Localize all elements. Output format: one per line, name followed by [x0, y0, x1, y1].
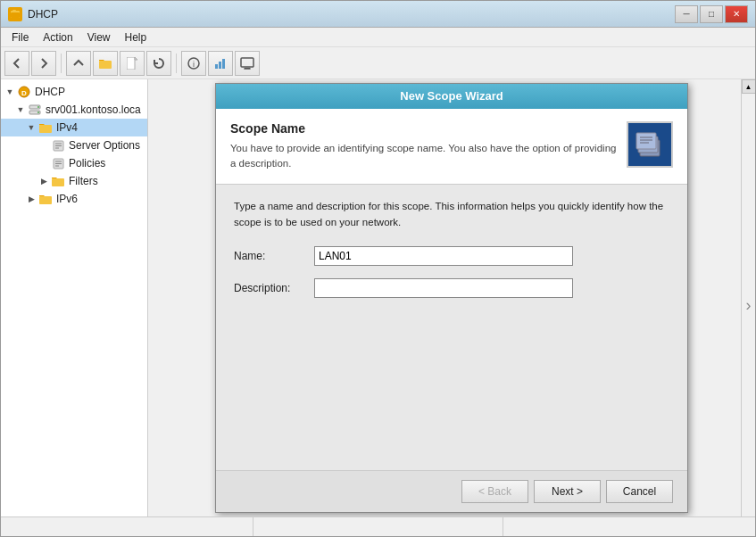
wizard-section-desc: You have to provide an identifying scope…: [230, 141, 618, 172]
folder-button[interactable]: [93, 51, 118, 76]
dialog-title-bar: New Scope Wizard: [216, 84, 687, 109]
name-input[interactable]: [314, 246, 573, 266]
next-button[interactable]: Next >: [534, 480, 601, 503]
new-scope-wizard: New Scope Wizard Scope Name You have to …: [215, 83, 688, 514]
tree-label-policies: Policies: [69, 157, 105, 169]
menu-file[interactable]: File: [4, 29, 36, 45]
tree-label-ipv6: IPv6: [56, 193, 78, 205]
ipv6-icon: [38, 192, 53, 206]
status-bar: [1, 516, 755, 536]
server-options-icon: [51, 138, 65, 153]
tree-item-ipv6[interactable]: ▶ IPv6: [1, 190, 147, 208]
toolbar-separator-1: [61, 54, 62, 73]
expand-server-options: [38, 140, 49, 151]
wizard-body: Type a name and description for this sco…: [216, 185, 687, 470]
title-bar-buttons: ─ □ ✕: [675, 5, 748, 23]
main-area: ▼ D DHCP ▼ srv001.kontoso.loca ▼ IPv4: [1, 79, 755, 516]
up-button[interactable]: [66, 51, 91, 76]
toolbar-separator-2: [176, 54, 177, 73]
close-button[interactable]: ✕: [725, 5, 748, 23]
wizard-header-text: Scope Name You have to provide an identi…: [230, 121, 618, 172]
policies-icon: [51, 156, 65, 170]
tree-panel: ▼ D DHCP ▼ srv001.kontoso.loca ▼ IPv4: [1, 79, 148, 516]
svg-rect-9: [222, 59, 225, 69]
status-pane-3: [503, 517, 752, 536]
doc-button[interactable]: [120, 51, 145, 76]
svg-rect-4: [127, 57, 135, 70]
toolbar: i: [1, 47, 755, 79]
description-row: Description:: [234, 278, 669, 298]
tree-item-server-options[interactable]: Server Options: [1, 136, 147, 154]
dhcp-icon: D: [17, 85, 31, 99]
monitor-button[interactable]: [235, 51, 260, 76]
svg-rect-2: [12, 10, 16, 12]
expand-dhcp: ▼: [4, 87, 15, 97]
description-input[interactable]: [314, 278, 573, 298]
dialog-title: New Scope Wizard: [400, 89, 503, 103]
tree-label-server-options: Server Options: [69, 139, 140, 152]
server-icon: [28, 103, 42, 117]
title-bar: DHCP ─ □ ✕: [1, 1, 755, 28]
wizard-footer: < Back Next > Cancel: [216, 470, 687, 512]
status-pane-2: [253, 517, 503, 536]
expand-ipv6: ▶: [26, 194, 37, 204]
description-label: Description:: [234, 282, 314, 294]
tree-item-ipv4[interactable]: ▼ IPv4: [1, 119, 147, 136]
svg-rect-28: [52, 178, 64, 186]
expand-server: ▼: [15, 104, 26, 115]
svg-rect-3: [99, 61, 112, 69]
app-icon: [8, 7, 22, 21]
minimize-button[interactable]: ─: [675, 5, 698, 23]
svg-rect-7: [215, 64, 218, 69]
window-title: DHCP: [28, 8, 58, 21]
back-button[interactable]: < Back: [461, 480, 528, 503]
svg-rect-32: [636, 133, 656, 149]
tree-label-ipv4: IPv4: [56, 121, 78, 134]
tree-label-server: srv001.kontoso.loca: [46, 103, 141, 116]
svg-rect-1: [11, 12, 20, 18]
info-button[interactable]: i: [181, 51, 206, 76]
svg-rect-10: [241, 58, 253, 67]
svg-rect-19: [39, 125, 52, 133]
svg-point-18: [37, 112, 39, 113]
svg-text:D: D: [21, 89, 27, 97]
ipv4-icon: [38, 120, 53, 135]
cancel-button[interactable]: Cancel: [606, 480, 673, 503]
right-area: ▲ › New Scope Wizard: [148, 79, 755, 516]
tree-label-dhcp: DHCP: [35, 86, 65, 98]
back-button[interactable]: [4, 51, 29, 76]
menu-view[interactable]: View: [80, 29, 118, 45]
name-row: Name:: [234, 246, 669, 266]
tree-label-filters: Filters: [69, 175, 98, 187]
svg-text:i: i: [193, 60, 195, 69]
wizard-header: Scope Name You have to provide an identi…: [216, 109, 687, 186]
status-pane-1: [4, 517, 253, 536]
refresh-button[interactable]: [146, 51, 171, 76]
tree-item-policies[interactable]: Policies: [1, 154, 147, 172]
menu-help[interactable]: Help: [118, 29, 154, 45]
dialog-content: Scope Name You have to provide an identi…: [216, 109, 687, 513]
name-label: Name:: [234, 250, 314, 262]
dialog-overlay: New Scope Wizard Scope Name You have to …: [148, 79, 755, 516]
expand-ipv4: ▼: [26, 122, 37, 133]
forward-button[interactable]: [31, 51, 56, 76]
tree-item-dhcp[interactable]: ▼ D DHCP: [1, 83, 147, 101]
svg-rect-29: [39, 196, 52, 204]
wizard-section-title: Scope Name: [230, 121, 618, 136]
title-bar-left: DHCP: [8, 7, 58, 21]
expand-policies: [38, 158, 49, 169]
wizard-header-icon: [627, 121, 673, 168]
filters-icon: [51, 174, 65, 188]
tree-item-server[interactable]: ▼ srv001.kontoso.loca: [1, 101, 147, 119]
menu-bar: File Action View Help: [1, 28, 755, 47]
svg-rect-8: [219, 62, 221, 69]
main-window: DHCP ─ □ ✕ File Action View Help: [0, 0, 756, 537]
maximize-button[interactable]: □: [700, 5, 723, 23]
chart-button[interactable]: [208, 51, 233, 76]
wizard-body-description: Type a name and description for this sco…: [234, 199, 669, 230]
expand-filters: ▶: [38, 176, 49, 186]
menu-action[interactable]: Action: [36, 29, 79, 45]
tree-item-filters[interactable]: ▶ Filters: [1, 172, 147, 190]
svg-point-17: [37, 106, 39, 108]
